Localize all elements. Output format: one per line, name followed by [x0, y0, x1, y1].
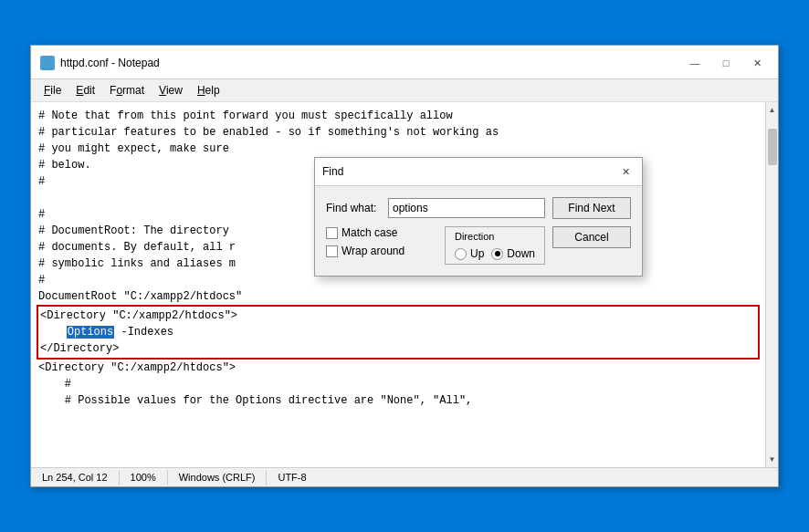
- wrap-around-row: Wrap around: [326, 245, 404, 257]
- direction-group: Direction Up: [445, 226, 545, 265]
- editor-line: # Note that from this point forward you …: [38, 108, 758, 124]
- line-ending: Windows (CRLF): [168, 470, 268, 485]
- editor-line: <Directory "C:/xampp2/htdocs">: [38, 360, 758, 376]
- cursor-position: Ln 254, Col 12: [31, 470, 120, 485]
- scroll-thumb[interactable]: [768, 129, 777, 165]
- scroll-up-arrow[interactable]: ▲: [767, 104, 778, 116]
- find-next-button[interactable]: Find Next: [552, 197, 631, 219]
- match-case-row: Match case: [326, 226, 404, 239]
- dialog-close-button[interactable]: ✕: [616, 163, 635, 180]
- find-dialog: Find ✕ Find what: Find Next Match case: [314, 157, 643, 276]
- menu-file[interactable]: File: [37, 81, 68, 99]
- menu-view[interactable]: View: [152, 81, 190, 99]
- highlight-box: <Directory "C:/xampp2/htdocs"> Options -…: [37, 305, 760, 360]
- wrap-around-checkbox[interactable]: [326, 245, 338, 257]
- cancel-button[interactable]: Cancel: [552, 226, 631, 248]
- menu-help[interactable]: Help: [190, 81, 227, 99]
- direction-up-radio[interactable]: [455, 248, 467, 260]
- scroll-down-arrow[interactable]: ▼: [767, 454, 778, 465]
- maximize-button[interactable]: □: [712, 53, 740, 73]
- menu-bar: File Edit Format View Help: [31, 79, 778, 102]
- title-bar: httpd.conf - Notepad — □ ✕: [31, 46, 778, 79]
- app-icon: [40, 56, 55, 70]
- direction-label: Direction: [455, 231, 494, 242]
- minimize-button[interactable]: —: [681, 53, 709, 73]
- content-area: # Note that from this point forward you …: [31, 102, 778, 467]
- menu-format[interactable]: Format: [102, 81, 152, 99]
- editor-line: # Possible values for the Options direct…: [38, 392, 758, 409]
- dialog-body: Find what: Find Next Match case W: [315, 186, 642, 276]
- wrap-around-label: Wrap around: [341, 245, 404, 257]
- zoom-level: 100%: [120, 470, 168, 485]
- encoding: UTF-8: [267, 470, 317, 485]
- direction-down-label: Down: [507, 247, 535, 260]
- close-button[interactable]: ✕: [743, 53, 771, 73]
- window-title: httpd.conf - Notepad: [60, 57, 681, 69]
- menu-edit[interactable]: Edit: [68, 81, 102, 99]
- checkbox-group: Match case Wrap around: [326, 226, 404, 257]
- editor-line: Options -Indexes: [40, 324, 756, 340]
- editor-line: <Directory "C:/xampp2/htdocs">: [40, 308, 756, 324]
- find-what-label: Find what:: [326, 202, 388, 214]
- window-controls: — □ ✕: [681, 53, 771, 73]
- editor-line: </Directory>: [40, 340, 756, 357]
- notepad-window: httpd.conf - Notepad — □ ✕ File Edit For…: [30, 45, 779, 487]
- direction-options: Up Down: [455, 247, 535, 260]
- find-what-row: Find what: Find Next: [326, 197, 631, 219]
- editor-line: # you might expect, make sure: [38, 141, 758, 157]
- match-case-checkbox[interactable]: [326, 227, 338, 239]
- editor-line: #: [38, 376, 758, 392]
- direction-up-label: Up: [470, 247, 484, 260]
- editor-line: # particular features to be enabled - so…: [38, 124, 758, 141]
- direction-down-row: Down: [491, 247, 535, 260]
- direction-down-radio[interactable]: [491, 248, 503, 260]
- find-what-input[interactable]: [388, 198, 545, 218]
- direction-up-row: Up: [455, 247, 484, 260]
- match-case-label: Match case: [341, 226, 397, 239]
- dialog-title: Find: [322, 165, 343, 178]
- dialog-title-bar: Find ✕: [315, 158, 642, 186]
- status-bar: Ln 254, Col 12 100% Windows (CRLF) UTF-8: [31, 467, 778, 486]
- options-highlight: Options: [67, 326, 114, 339]
- vertical-scrollbar[interactable]: ▲ ▼: [765, 102, 778, 467]
- editor-line: DocumentRoot "C:/xampp2/htdocs": [38, 288, 758, 305]
